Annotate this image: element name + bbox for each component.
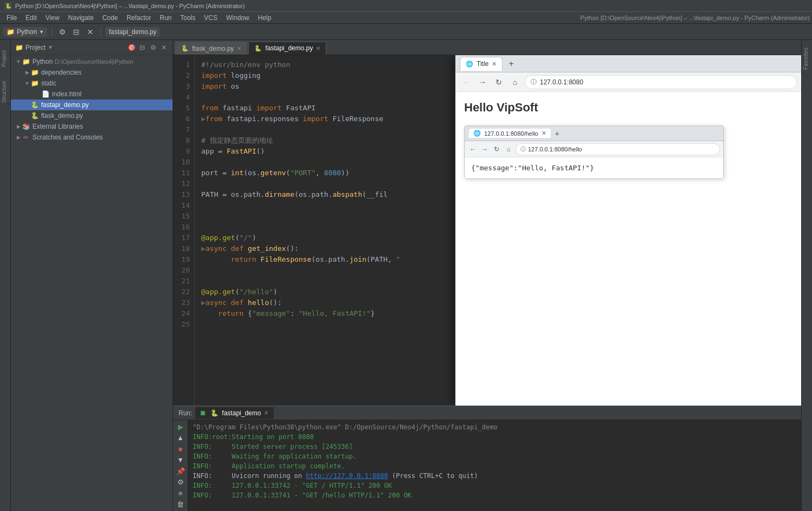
- menu-run[interactable]: Run: [155, 13, 176, 23]
- menu-help[interactable]: Help: [254, 13, 276, 23]
- nested-browser-content: {"message":"Hello, FastAPI!"}: [465, 157, 723, 178]
- nested-reload-btn[interactable]: ↻: [492, 144, 501, 154]
- console-left-icons: ▶ ▲ ■ ▼ 📌 ⚙ ≡ 🗑: [173, 420, 188, 511]
- nested-forward-btn[interactable]: →: [480, 144, 490, 154]
- toolbar-file-label[interactable]: fastapi_demo.py: [105, 27, 160, 37]
- project-toggle-icon[interactable]: Project: [1, 42, 10, 75]
- browser-url-bar[interactable]: ⓘ 127.0.0.1:8080: [525, 75, 797, 89]
- fastapi-py-icon: 🐍: [30, 101, 39, 109]
- nested-home-btn[interactable]: ⌂: [504, 144, 513, 154]
- tree-flask-demo[interactable]: 🐍 flask_demo.py: [11, 110, 173, 121]
- stop-icon[interactable]: ■: [176, 444, 186, 454]
- nested-url-text: 127.0.0.1:8080/hello: [528, 146, 582, 152]
- root-path: D:\OpenSource\Neo4j\Python: [55, 58, 133, 65]
- pin-icon[interactable]: 📌: [176, 467, 186, 476]
- main-layout: Project Structure 📁 Project ▼ 🎯 ⊟ ⚙ ✕ ▼ …: [0, 40, 812, 511]
- toolbar-project-label: Python: [17, 28, 37, 36]
- root-expand-arrow: ▼: [15, 59, 22, 64]
- tree-scratches[interactable]: ▶ ✏ Scratches and Consoles: [11, 132, 173, 143]
- dep-expand-arrow: ▶: [24, 70, 30, 75]
- editor-content[interactable]: 12345 678910 1112131415 1617181920 21222…: [173, 55, 801, 406]
- settings-console-icon[interactable]: ⚙: [176, 478, 186, 487]
- trash-icon[interactable]: 🗑: [176, 500, 186, 509]
- project-header-folder-icon: 📁: [15, 44, 23, 51]
- nested-new-tab-btn[interactable]: +: [555, 129, 559, 138]
- index-html-icon: 📄: [41, 90, 50, 98]
- tree-external-libraries[interactable]: ▶ 📚 External Libraries: [11, 121, 173, 132]
- nested-tab-globe-icon: 🌐: [473, 130, 481, 137]
- menu-edit[interactable]: Edit: [21, 13, 41, 23]
- collapse-all-icon[interactable]: ⊟: [138, 43, 147, 52]
- menu-vcs[interactable]: VCS: [200, 13, 222, 23]
- console-line-6: INFO: 127.0.0.1:33742 - "GET / HTTP/1.1"…: [193, 481, 797, 490]
- scratches-icon: ✏: [22, 133, 30, 142]
- menu-view[interactable]: View: [41, 13, 64, 23]
- console-line-7: INFO: 127.0.0.1:33741 - "GET /hello HTTP…: [193, 490, 797, 500]
- fastapi-run-tab-close[interactable]: ✕: [264, 410, 268, 416]
- nested-browser-tab[interactable]: 🌐 127.0.0.1:8080/hello ✕: [469, 129, 551, 138]
- browser-back-btn[interactable]: ←: [460, 76, 473, 89]
- console-line-2: INFO: Started server process [245336]: [193, 442, 797, 452]
- right-side-icons: Favorites: [801, 40, 812, 511]
- nested-back-btn[interactable]: ←: [468, 144, 478, 154]
- flask-tab-close[interactable]: ✕: [237, 45, 241, 51]
- title-text: Python [D:\OpenSource\Neo4j\Python] – ..…: [15, 3, 245, 9]
- flask-py-icon: 🐍: [30, 111, 39, 120]
- menu-navigate[interactable]: Navigate: [64, 13, 98, 23]
- nested-tab-close-btn[interactable]: ✕: [542, 130, 546, 137]
- tree-root-python[interactable]: ▼ 📁 Python D:\OpenSource\Neo4j\Python: [11, 56, 173, 67]
- console-line-3: INFO: Waiting for application startup.: [193, 452, 797, 461]
- toolbar-project-selector[interactable]: 📁 Python ▼: [3, 27, 47, 37]
- settings-icon[interactable]: ⚙: [149, 43, 157, 52]
- bottom-tab-bar: Run: 🐍 fastapi_demo ✕: [173, 406, 801, 420]
- console-line-4: INFO: Application startup complete.: [193, 461, 797, 471]
- app-icon: 🐍: [4, 2, 12, 10]
- toolbar-split-btn[interactable]: ⊟: [70, 26, 82, 38]
- menu-file[interactable]: File: [2, 13, 21, 23]
- tree-dependencies[interactable]: ▶ 📁 dependencies: [11, 67, 173, 78]
- tab-fastapi-demo[interactable]: 🐍 fastapi_demo.py ✕: [248, 42, 326, 55]
- uvicorn-url-link[interactable]: http://127.0.0.1:8080: [306, 472, 388, 480]
- nested-url-bar[interactable]: ⓘ 127.0.0.1:8080/hello: [516, 143, 720, 155]
- filter-icon[interactable]: ≡: [176, 489, 186, 498]
- browser-tab-title[interactable]: 🌐 Title ✕: [460, 57, 503, 71]
- browser-forward-btn[interactable]: →: [476, 76, 489, 89]
- scroll-up-icon[interactable]: ▲: [176, 434, 186, 443]
- bottom-tab-fastapi[interactable]: 🐍 fastapi_demo ✕: [195, 407, 274, 419]
- project-dropdown-chevron[interactable]: ▼: [48, 44, 53, 50]
- browser-reload-btn[interactable]: ↻: [492, 76, 505, 89]
- structure-toggle-icon[interactable]: Structure: [1, 76, 10, 108]
- fastapi-tab-close[interactable]: ✕: [316, 45, 320, 51]
- tab-flask-demo[interactable]: 🐍 flask_demo.py ✕: [175, 42, 247, 55]
- title-bar: 🐍 Python [D:\OpenSource\Neo4j\Python] – …: [0, 0, 812, 12]
- nested-browser-window: 🌐 127.0.0.1:8080/hello ✕ + ← → ↻ ⌂: [464, 125, 724, 179]
- locate-file-icon[interactable]: 🎯: [127, 43, 136, 52]
- nested-lock-icon: ⓘ: [520, 145, 526, 153]
- browser-tab-label: Title: [477, 60, 488, 68]
- console-line-1: INFO:root:Starting on port 8080: [193, 432, 797, 442]
- browser-tab-close-btn[interactable]: ✕: [492, 61, 497, 68]
- tree-static[interactable]: ▼ 📁 static: [11, 78, 173, 89]
- scratch-expand-arrow: ▶: [15, 135, 22, 140]
- tree-index-html[interactable]: 📄 index.html: [11, 89, 173, 99]
- toolbar-close-project-btn[interactable]: ✕: [84, 26, 96, 38]
- project-panel: 📁 Project ▼ 🎯 ⊟ ⚙ ✕ ▼ 📁 Python D:\OpenSo…: [11, 40, 173, 511]
- fastapi-tab-label: fastapi_demo.py: [265, 44, 313, 52]
- run-restart-icon[interactable]: ▶: [176, 422, 186, 432]
- toolbar-settings-btn[interactable]: ⚙: [56, 26, 68, 38]
- menu-code[interactable]: Code: [98, 13, 122, 23]
- project-panel-header: 📁 Project ▼ 🎯 ⊟ ⚙ ✕: [11, 40, 173, 55]
- left-side-icons: Project Structure: [0, 40, 11, 511]
- menu-window[interactable]: Window: [222, 13, 254, 23]
- tree-fastapi-demo[interactable]: 🐍 fastapi_demo.py: [11, 99, 173, 110]
- nested-json-response: {"message":"Hello, FastAPI!"}: [471, 164, 594, 172]
- project-folder-icon: 📁: [6, 28, 15, 36]
- hide-panel-icon[interactable]: ✕: [160, 43, 168, 52]
- browser-new-tab-btn[interactable]: +: [505, 57, 518, 70]
- favorites-toggle-icon[interactable]: Favorites: [803, 42, 811, 75]
- scroll-down-icon[interactable]: ▼: [176, 456, 186, 465]
- browser-home-btn[interactable]: ⌂: [509, 76, 521, 89]
- menu-tools[interactable]: Tools: [176, 13, 200, 23]
- line-numbers: 12345 678910 1112131415 1617181920 21222…: [173, 55, 195, 406]
- menu-refactor[interactable]: Refactor: [122, 13, 155, 23]
